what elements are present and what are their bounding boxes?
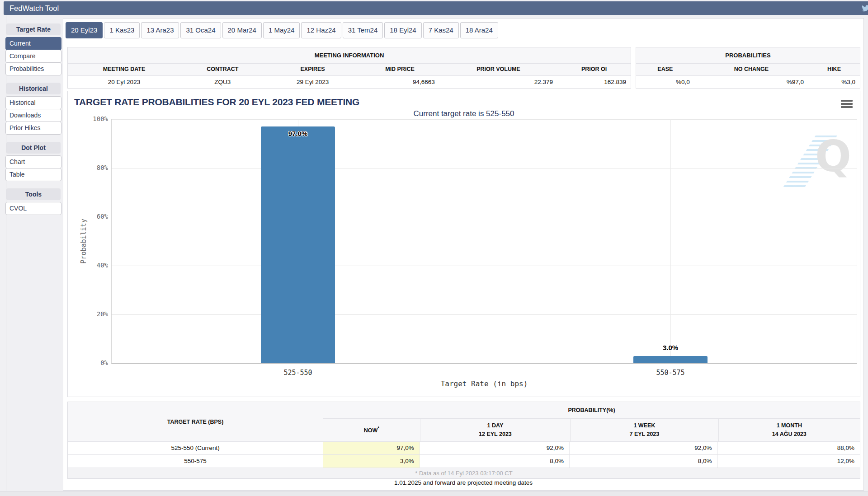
column-header-meeting-date: MEETING DATE — [68, 64, 180, 75]
prior-oi-value: 162.839 — [557, 76, 631, 88]
one-week-date: 7 EYL 2023 — [571, 430, 718, 439]
sidebar-item-prior-hikes[interactable]: Prior Hikes — [5, 122, 61, 135]
probabilities-summary-header-row: EASE NO CHANGE HIKE — [636, 63, 860, 76]
x-tick-label: 525-550 — [253, 369, 343, 377]
sidebar-item-cvol[interactable]: CVOL — [5, 202, 61, 215]
quikstrike-q-watermark: Q — [799, 129, 853, 192]
now-asterisk: * — [377, 426, 379, 431]
sidebar-item-chart[interactable]: Chart — [5, 155, 61, 168]
probability-subheaders: NOW* 1 DAY 12 EYL 2023 1 WEEK 7 EYL 2023 — [323, 418, 860, 441]
sidebar-header-historical: Historical — [6, 83, 61, 94]
column-header-target-rate-bps: TARGET RATE (BPS) — [68, 402, 323, 441]
chart-subtitle: Current target rate is 525-550 — [68, 109, 860, 118]
table-row-550-575: 550-575 3,0% 8,0% 8,0% 12,0% — [68, 454, 860, 468]
bar-525-550[interactable] — [261, 126, 335, 363]
group-header-probability: PROBABILITY(%) — [323, 402, 860, 418]
column-header-now: NOW* — [323, 419, 420, 441]
rate-cell: 525-550 (Current) — [68, 442, 323, 454]
info-row: MEETING INFORMATION MEETING DATE CONTRAC… — [67, 47, 860, 89]
tab-12-haz24[interactable]: 12 Haz24 — [301, 22, 341, 38]
one-week-label: 1 WEEK — [571, 421, 718, 430]
gridline — [112, 119, 857, 120]
ease-value: %0,0 — [636, 76, 694, 88]
gridline — [112, 266, 857, 266]
tab-18-ara24[interactable]: 18 Ara24 — [460, 22, 498, 38]
contract-value: ZQU3 — [180, 76, 265, 88]
meeting-date-value: 20 Eyl 2023 — [68, 76, 180, 88]
day-cell: 92,0% — [420, 442, 569, 454]
tab-20-mar24[interactable]: 20 Mar24 — [222, 22, 262, 38]
x-axis-title: Target Rate (in bps) — [112, 379, 857, 388]
column-header-1-month: 1 MONTH 14 AĞU 2023 — [718, 419, 860, 441]
y-tick-label: 20% — [83, 310, 108, 318]
prior-volume-value: 22.379 — [439, 76, 557, 88]
no-change-value: %97,0 — [694, 76, 808, 88]
sidebar: Target Rate Current Compare Probabilitie… — [5, 21, 61, 215]
month-cell: 88,0% — [717, 442, 860, 454]
app-title: FedWatch Tool — [9, 1, 59, 15]
meeting-information-table: MEETING INFORMATION MEETING DATE CONTRAC… — [67, 47, 631, 89]
sidebar-item-historical[interactable]: Historical — [5, 96, 61, 109]
gridline — [112, 168, 857, 168]
gridline — [112, 217, 857, 217]
sidebar-header-dot-plot: Dot Plot — [6, 142, 61, 154]
column-header-1-day: 1 DAY 12 EYL 2023 — [420, 419, 570, 441]
probabilities-summary-value-row: %0,0 %97,0 %3,0 — [636, 76, 860, 88]
one-month-label: 1 MONTH — [719, 421, 860, 430]
y-tick-label: 60% — [83, 213, 108, 220]
hike-value: %3,0 — [808, 76, 860, 88]
column-header-contract: CONTRACT — [180, 64, 265, 75]
sidebar-item-probabilities[interactable]: Probabilities — [5, 62, 61, 75]
data-as-of-footnote: * Data as of 14 Eyl 2023 03:17:00 CT — [68, 468, 860, 478]
title-bar: FedWatch Tool — [4, 1, 868, 15]
expires-value: 29 Eyl 2023 — [265, 76, 361, 88]
probability-table-header: TARGET RATE (BPS) PROBABILITY(%) NOW* 1 … — [68, 402, 860, 441]
twitter-bird-icon[interactable] — [861, 4, 868, 13]
hamburger-menu-icon[interactable] — [841, 98, 853, 109]
gridline — [670, 119, 671, 363]
tab-31-tem24[interactable]: 31 Tem24 — [343, 22, 383, 38]
sidebar-item-downloads[interactable]: Downloads — [5, 109, 61, 122]
month-cell: 12,0% — [717, 455, 860, 468]
tab-13-ara23[interactable]: 13 Ara23 — [141, 22, 179, 38]
projected-dates-note: 1.01.2025 and forward are projected meet… — [63, 479, 863, 486]
tab-1-may24[interactable]: 1 May24 — [263, 22, 300, 38]
main-panel: 20 Eyl23 1 Kas23 13 Ara23 31 Oca24 20 Ma… — [63, 18, 864, 491]
now-cell: 97,0% — [323, 442, 420, 454]
gridline — [112, 314, 857, 315]
column-header-prior-volume: PRIOR VOLUME — [439, 64, 557, 75]
one-day-date: 12 EYL 2023 — [420, 430, 570, 439]
bar-value-label: 3.0% — [633, 344, 708, 351]
bar-550-575[interactable] — [633, 356, 708, 363]
fedwatch-tool-page: FedWatch Tool Target Rate Current Compar… — [0, 0, 868, 496]
tab-31-oca24[interactable]: 31 Oca24 — [180, 22, 221, 38]
tab-20-eyl23[interactable]: 20 Eyl23 — [66, 22, 103, 38]
sidebar-header-tools: Tools — [6, 188, 61, 200]
page-bottom-strip — [0, 491, 868, 496]
column-header-no-change: NO CHANGE — [694, 64, 808, 75]
meeting-tabs: 20 Eyl23 1 Kas23 13 Ara23 31 Oca24 20 Ma… — [66, 22, 498, 38]
column-header-ease: EASE — [636, 64, 694, 75]
tab-7-kas24[interactable]: 7 Kas24 — [423, 22, 459, 38]
bar-value-label: 97.0% — [261, 130, 335, 137]
sidebar-item-current[interactable]: Current — [5, 37, 61, 50]
plot-area: Probability Target Rate (in bps) Q 0%20%… — [111, 119, 857, 364]
x-tick-label: 550-575 — [625, 369, 716, 377]
column-header-hike: HIKE — [808, 64, 860, 75]
sidebar-item-compare[interactable]: Compare — [5, 50, 61, 63]
probability-table: TARGET RATE (BPS) PROBABILITY(%) NOW* 1 … — [67, 402, 860, 479]
sidebar-header-target-rate: Target Rate — [6, 23, 61, 35]
week-cell: 92,0% — [569, 442, 717, 454]
probability-group: PROBABILITY(%) NOW* 1 DAY 12 EYL 2023 1 … — [323, 402, 860, 441]
y-tick-label: 0% — [83, 359, 108, 366]
probability-chart: TARGET RATE PROBABILITIES FOR 20 EYL 202… — [67, 91, 860, 397]
day-cell: 8,0% — [420, 455, 569, 468]
watermark-letter: Q — [815, 129, 851, 184]
tab-18-eyl24[interactable]: 18 Eyl24 — [384, 22, 421, 38]
meeting-information-header-row: MEETING DATE CONTRACT EXPIRES MID PRICE … — [68, 63, 631, 76]
probabilities-summary-title: PROBABILITIES — [636, 47, 860, 63]
sidebar-item-table[interactable]: Table — [5, 168, 61, 181]
now-label: NOW — [364, 427, 378, 434]
meeting-information-title: MEETING INFORMATION — [68, 47, 631, 63]
tab-1-kas23[interactable]: 1 Kas23 — [104, 22, 140, 38]
